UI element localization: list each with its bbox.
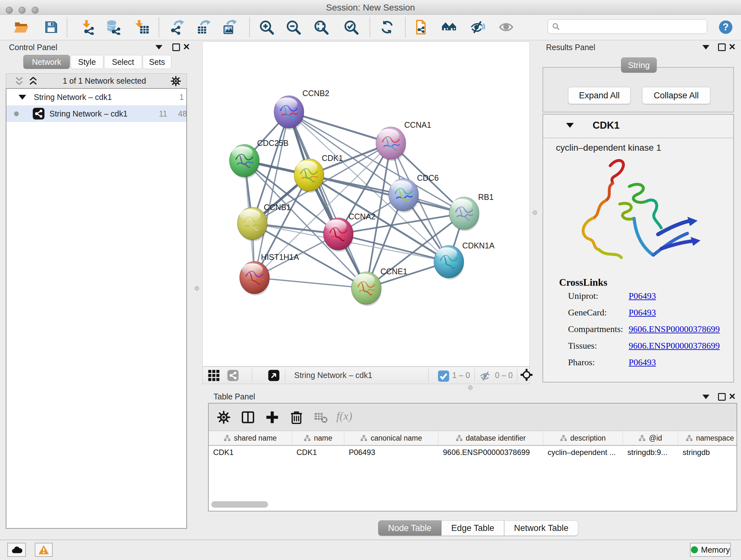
expand-all-icon[interactable] — [28, 76, 39, 86]
toolbar-separator — [405, 17, 406, 37]
network-edge-count: 48 — [178, 109, 187, 118]
panel-close-icon[interactable]: ✕ — [729, 43, 736, 51]
panel-float-icon[interactable] — [718, 393, 726, 401]
panel-menu-icon[interactable] — [702, 395, 710, 399]
bottom-splitter-handle[interactable] — [468, 385, 473, 390]
panel-float-icon[interactable] — [718, 44, 726, 51]
crosslink-link[interactable]: 9606.ENSP00000378699 — [629, 341, 720, 351]
open-session-button[interactable] — [13, 19, 29, 35]
panel-close-icon[interactable]: ✕ — [729, 392, 736, 401]
save-session-button[interactable] — [44, 19, 59, 35]
right-splitter-handle[interactable] — [533, 210, 537, 215]
eye-slash-icon — [470, 19, 485, 35]
gene-header-row[interactable]: CDK1 — [543, 115, 733, 138]
network-collection-row[interactable]: String Network – cdk1 1 — [6, 89, 186, 105]
table-cell[interactable]: cyclin–dependent ... — [543, 446, 623, 459]
table-cell[interactable]: 9606.ENSP00000378699 — [439, 446, 543, 459]
export-table-button[interactable] — [196, 19, 211, 35]
gene-collapse-icon[interactable] — [566, 123, 574, 128]
zoom-out-button[interactable] — [286, 19, 301, 35]
help-button[interactable]: ? — [718, 19, 733, 35]
tab-node-table[interactable]: Node Table — [378, 520, 441, 536]
hidden-indicator[interactable] — [480, 370, 492, 381]
zoom-selected-button[interactable] — [343, 19, 359, 35]
detach-view-button[interactable] — [268, 369, 280, 381]
crosslink-row: Uniprot:P06493 — [568, 291, 728, 307]
collapse-all-icon[interactable] — [14, 76, 24, 86]
checkbox-checked-icon — [437, 370, 450, 382]
network-view-button[interactable] — [227, 369, 239, 381]
column-header-name[interactable]: name — [292, 431, 344, 445]
collapse-all-button[interactable]: Collapse All — [642, 87, 711, 104]
panel-menu-icon[interactable] — [155, 45, 162, 50]
table-row[interactable]: CDK1CDK1P064939606.ENSP00000378699cyclin… — [209, 446, 737, 459]
hide-selected-button[interactable] — [470, 19, 485, 35]
search-input[interactable] — [560, 22, 707, 31]
apply-layout-button[interactable] — [380, 19, 395, 35]
column-header-database-identifier[interactable]: database identifier — [439, 431, 543, 445]
cloud-button[interactable] — [7, 543, 26, 557]
node-CDK1[interactable]: CDK1 — [294, 153, 343, 193]
panel-close-icon[interactable]: ✕ — [183, 43, 190, 51]
export-image-button[interactable] — [222, 19, 238, 35]
tab-edge-table[interactable]: Edge Table — [441, 520, 504, 536]
table-cell[interactable]: stringdb — [678, 446, 737, 459]
column-header-shared-name[interactable]: shared name — [209, 431, 292, 445]
tab-network[interactable]: Network — [23, 55, 70, 69]
import-table-button[interactable] — [134, 19, 150, 35]
horizontal-scrollbar[interactable] — [211, 501, 268, 508]
node-CDC6[interactable]: CDC6 — [389, 173, 439, 212]
expand-all-button[interactable]: Expand All — [568, 87, 630, 104]
tab-string[interactable]: String — [621, 57, 657, 73]
gear-icon[interactable] — [170, 75, 182, 87]
collection-expand-icon[interactable] — [18, 95, 26, 100]
crosslink-link[interactable]: P06493 — [629, 357, 656, 368]
panel-float-icon[interactable] — [172, 44, 180, 51]
panel-menu-icon[interactable] — [702, 45, 710, 50]
add-column-button[interactable] — [265, 410, 280, 425]
table-cell[interactable]: CDK1 — [209, 446, 292, 459]
column-header-description[interactable]: description — [543, 431, 623, 445]
network-row[interactable]: String Network – cdk1 11 48 — [6, 105, 186, 122]
memory-button[interactable]: Memory — [690, 543, 731, 557]
zoom-in-button[interactable] — [259, 19, 274, 35]
column-header--id[interactable]: @id — [623, 431, 678, 445]
show-panels-button[interactable] — [441, 19, 457, 35]
left-splitter-handle[interactable] — [195, 286, 199, 291]
control-panel-tabs: NetworkStyleSelectSets — [23, 55, 172, 69]
show-hidden-button[interactable] — [498, 19, 514, 35]
clear-table-button[interactable] — [313, 410, 328, 425]
node-CCNB1[interactable]: CCNB1 — [238, 203, 291, 241]
node-RB1[interactable]: RB1 — [449, 192, 493, 231]
center-view-button[interactable] — [521, 369, 535, 383]
import-network-file-button[interactable] — [80, 19, 95, 35]
crosslink-link[interactable]: 9606.ENSP00000378699 — [629, 324, 720, 334]
table-cell[interactable]: CDK1 — [292, 446, 344, 459]
tab-style[interactable]: Style — [71, 55, 104, 69]
grid-view-button[interactable] — [208, 369, 220, 381]
show-columns-button[interactable] — [241, 410, 255, 425]
network-canvas[interactable]: CCNB2CCNA1CDC25BCDK1CDC6RB1CCNB1CCNA2CDK… — [202, 42, 530, 367]
crosslink-link[interactable]: P06493 — [629, 291, 656, 301]
node-CDKN1A[interactable]: CDKN1A — [434, 241, 495, 280]
delete-column-button[interactable] — [289, 410, 304, 425]
table-cell[interactable]: P06493 — [344, 446, 439, 459]
toolbar-separator — [158, 17, 159, 37]
selected-checkbox[interactable] — [437, 370, 448, 381]
node-HIST1H1A[interactable]: HIST1H1A — [240, 253, 299, 296]
table-settings-button[interactable] — [216, 410, 231, 425]
column-header-namespace[interactable]: namespace — [678, 431, 737, 445]
zoom-fit-button[interactable] — [313, 19, 329, 35]
crosslink-link[interactable]: P06493 — [629, 307, 656, 318]
tab-select[interactable]: Select — [104, 55, 142, 69]
eye-slash-small-icon — [480, 370, 492, 382]
warnings-button[interactable] — [35, 543, 53, 557]
import-network-database-button[interactable] — [106, 19, 121, 35]
function-builder-button[interactable]: f(x) — [336, 409, 352, 423]
tab-sets[interactable]: Sets — [143, 55, 172, 69]
tab-network-table[interactable]: Network Table — [504, 520, 579, 536]
export-network-button[interactable] — [170, 19, 185, 35]
table-cell[interactable]: stringdb:9... — [623, 446, 678, 459]
column-header-canonical-name[interactable]: canonical name — [344, 431, 439, 445]
string-import-button[interactable] — [413, 19, 428, 35]
